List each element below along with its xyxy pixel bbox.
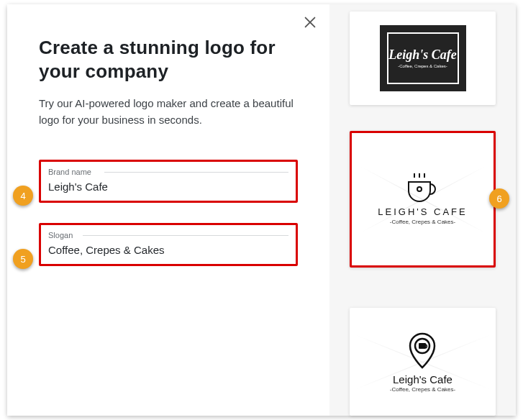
svg-point-5 [417, 187, 422, 191]
slogan-input[interactable] [48, 241, 288, 256]
close-icon[interactable] [302, 14, 318, 30]
brand-name-label: Brand name [48, 168, 288, 176]
logo-preview-3[interactable]: Leigh's Cafe -Coffee, Crepes & Cakes- [350, 308, 496, 416]
logo-preview-2[interactable]: LEIGH'S CAFE -Coffee, Crepes & Cakes- [350, 131, 496, 268]
logo-preview-1[interactable]: Leigh's Cafe -Coffee, Crepes & Cakes- [350, 12, 496, 105]
annotation-badge-4: 4 [13, 186, 33, 206]
preview-panel: Leigh's Cafe -Coffee, Crepes & Cakes- LE… [329, 4, 516, 416]
logo-2-slogan: -Coffee, Crepes & Cakes- [390, 219, 455, 225]
coffee-cup-icon [401, 173, 443, 202]
page-subtitle: Try our AI-powered logo maker and create… [39, 96, 298, 128]
page-title: Create a stunning logo for your company [39, 36, 298, 83]
logo-2-brand: LEIGH'S CAFE [378, 206, 467, 217]
annotation-badge-6: 6 [489, 188, 509, 209]
svg-rect-7 [419, 343, 426, 349]
logo-3-brand: Leigh's Cafe [393, 373, 452, 385]
form-panel: Create a stunning logo for your company … [7, 4, 329, 416]
logo-1-brand: Leigh's Cafe [388, 48, 457, 62]
slogan-field[interactable]: Slogan [39, 223, 298, 266]
logo-3-slogan: -Coffee, Crepes & Cakes- [390, 386, 455, 393]
location-pin-icon [406, 332, 439, 370]
brand-name-input[interactable] [48, 178, 288, 193]
slogan-label: Slogan [48, 231, 288, 239]
logo-1-slogan: -Coffee, Crepes & Cakes- [398, 64, 447, 68]
logo-1-mark: Leigh's Cafe -Coffee, Crepes & Cakes- [380, 25, 466, 91]
brand-name-field[interactable]: Brand name [39, 160, 298, 203]
annotation-badge-5: 5 [13, 249, 33, 269]
